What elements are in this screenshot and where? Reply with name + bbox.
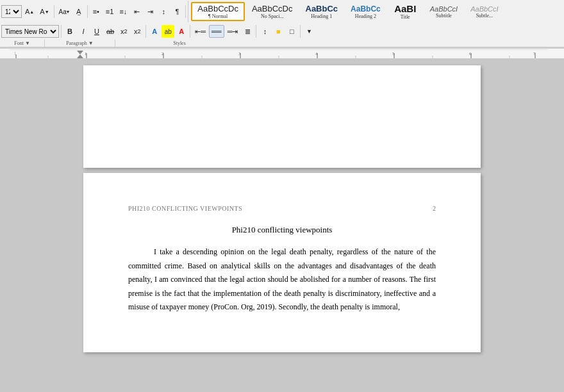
subtitle-label: Subtitle [436, 13, 452, 19]
toolbar: 12 A▲ A▼ Aa▾ A̤ ≡• ≡1 ≡↓ ⇤ ⇥ ↕ ¶ AaBbCcD… [0, 0, 564, 49]
font-color-button[interactable]: A [175, 25, 188, 38]
svg-text:|: | [15, 51, 15, 56]
divider7 [256, 25, 256, 38]
page-1 [83, 65, 481, 168]
title-label: Title [401, 14, 410, 20]
page-2: PHI210 CONFLICTING VIEWPOINTS 2 Phi210 c… [83, 173, 481, 352]
no-spacing-label: No Spaci... [261, 13, 284, 19]
paragraph-label: Paragraph ▼ [45, 40, 115, 47]
decrease-font-button[interactable]: A▼ [37, 5, 51, 18]
svg-text:6: 6 [469, 51, 472, 56]
underline-button[interactable]: U [90, 25, 103, 38]
multilevel-button[interactable]: ≡↓ [117, 5, 129, 18]
increase-indent-button[interactable]: ⇥ [144, 5, 156, 18]
page-body[interactable]: I take a descending opinion on the legal… [128, 245, 436, 314]
normal-label: ¶ Normal [208, 13, 228, 19]
clear-formatting-button[interactable]: A̤ [72, 5, 85, 18]
borders-button[interactable]: □ [285, 25, 298, 38]
divider3 [185, 5, 186, 18]
divider2 [87, 5, 88, 18]
style-subtitle[interactable]: AaBbCcI Subtitle [424, 2, 463, 21]
ruler-svg: | 1 2 3 4 5 6 7 [10, 49, 548, 58]
font-name-select[interactable]: Times New Roman [1, 25, 59, 38]
page-title: Phi210 conflicting viewpoints [128, 225, 436, 235]
decrease-indent-button[interactable]: ⇤ [130, 5, 143, 18]
ruler: | 1 2 3 4 5 6 7 [0, 49, 564, 59]
heading2-preview: AaBbCc [351, 4, 381, 13]
toolbar-row2: Times New Roman B I U ab x2 x2 A ab A ⇤═… [0, 23, 564, 40]
paragraph-dialog-button[interactable]: ▼ [303, 25, 315, 38]
heading1-label: Heading 1 [311, 13, 332, 19]
svg-text:7: 7 [533, 51, 536, 56]
svg-text:1: 1 [85, 51, 87, 56]
style-heading2[interactable]: AaBbCc Heading 2 [345, 2, 386, 21]
toolbar-labels-row: Font ▼ Paragraph ▼ Styles [0, 40, 564, 47]
font-expand[interactable]: ▼ [25, 40, 30, 46]
page-header: PHI210 CONFLICTING VIEWPOINTS 2 [128, 205, 436, 212]
bullets-button[interactable]: ≡• [90, 5, 103, 18]
style-normal[interactable]: AaBbCcDc ¶ Normal [191, 2, 245, 21]
subscript-button[interactable]: x2 [117, 25, 130, 38]
divider5 [145, 25, 146, 38]
justify-button[interactable]: ≣ [241, 25, 254, 38]
subtitle-preview: AaBbCcI [430, 5, 458, 13]
bold-button[interactable]: B [63, 25, 76, 38]
style-title[interactable]: AaBI Title [388, 2, 423, 21]
highlight-button[interactable]: ab [162, 25, 174, 38]
divider4 [61, 25, 62, 38]
document-area: PHI210 CONFLICTING VIEWPOINTS 2 Phi210 c… [0, 59, 564, 392]
heading2-label: Heading 2 [355, 13, 376, 19]
divider8 [300, 25, 301, 38]
normal-preview: AaBbCcDc [197, 4, 238, 13]
align-right-button[interactable]: ═⇥ [225, 25, 241, 38]
align-left-button[interactable]: ⇤═ [192, 25, 208, 38]
align-center-button[interactable]: ══ [209, 25, 224, 38]
toolbar-row1: 12 A▲ A▼ Aa▾ A̤ ≡• ≡1 ≡↓ ⇤ ⇥ ↕ ¶ AaBbCcD… [0, 0, 564, 23]
svg-text:5: 5 [392, 51, 395, 56]
line-spacing-button[interactable]: ↕ [258, 25, 271, 38]
heading1-preview: AaBbCc [306, 4, 338, 13]
styles-section: AaBbCcDc ¶ Normal AaBbCcDc No Spaci... A… [188, 1, 506, 22]
shading-button[interactable]: ■ [272, 25, 285, 38]
header-left: PHI210 CONFLICTING VIEWPOINTS [128, 205, 242, 212]
style-subtle[interactable]: AaBbCcI Subtle... [465, 2, 504, 21]
header-right: 2 [433, 205, 436, 212]
styles-label: Styles [115, 40, 244, 47]
paragraph-expand[interactable]: ▼ [88, 40, 94, 46]
svg-text:2: 2 [162, 51, 164, 56]
svg-text:3: 3 [238, 51, 241, 56]
show-hide-button[interactable]: ¶ [170, 5, 183, 18]
numbering-button[interactable]: ≡1 [103, 5, 117, 18]
text-effects-button[interactable]: A [148, 25, 161, 38]
divider6 [190, 25, 190, 38]
subtle-preview: AaBbCcI [470, 5, 498, 13]
body-paragraph[interactable]: I take a descending opinion on the legal… [128, 245, 436, 314]
divider1 [54, 5, 54, 18]
change-case-button[interactable]: Aa▾ [56, 5, 72, 18]
font-label: Font ▼ [0, 40, 45, 47]
title-preview: AaBI [394, 3, 416, 14]
strikethrough-button[interactable]: ab [104, 25, 117, 38]
svg-text:4: 4 [315, 51, 318, 56]
superscript-button[interactable]: x2 [131, 25, 144, 38]
style-no-spacing[interactable]: AaBbCcDc No Spaci... [246, 2, 299, 21]
font-size-select[interactable]: 12 [1, 5, 22, 18]
style-heading1[interactable]: AaBbCc Heading 1 [300, 2, 344, 21]
italic-button[interactable]: I [77, 25, 90, 38]
no-spacing-preview: AaBbCcDc [252, 4, 293, 13]
increase-font-button[interactable]: A▲ [22, 5, 37, 18]
subtle-label: Subtle... [476, 13, 493, 19]
sort-button[interactable]: ↕ [157, 5, 170, 18]
